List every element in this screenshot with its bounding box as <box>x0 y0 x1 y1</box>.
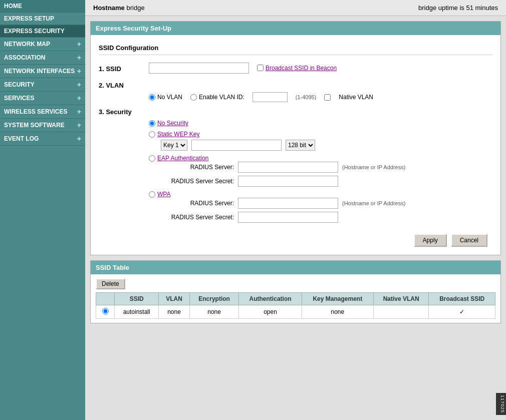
eap-radius-server-row: RADIUS Server: (Hostname or IP Address) <box>169 162 492 173</box>
security-section: 3. Security No Security Static WEP Key <box>99 108 492 223</box>
wpa-link[interactable]: WPA <box>157 191 170 198</box>
row-broadcast-ssid-cell: ✓ <box>429 305 495 319</box>
ssid-table-panel: SSID Table Delete SSID VLAN Encryption A… <box>90 260 501 323</box>
static-wep-option: Static WEP Key Key 1 Key 2 Key 3 Key 4 <box>149 131 492 151</box>
express-security-panel-header: Express Security Set-Up <box>91 22 500 35</box>
no-security-radio[interactable] <box>149 120 155 127</box>
cancel-button[interactable]: Cancel <box>451 234 487 247</box>
wpa-option: WPA RADIUS Server: (Hostname or IP Addre… <box>149 191 492 223</box>
sidebar-item-association[interactable]: ASSOCIATION + <box>0 51 85 65</box>
no-vlan-radio[interactable] <box>149 94 155 101</box>
ssid-table-header-row: SSID VLAN Encryption Authentication Key … <box>96 293 495 305</box>
main-content: Hostname bridge bridge uptime is 51 minu… <box>85 0 506 420</box>
ssid-table: SSID VLAN Encryption Authentication Key … <box>96 292 495 319</box>
sidebar-item-express-security[interactable]: EXPRESS SECURITY <box>0 25 85 38</box>
native-vlan-checkbox[interactable] <box>324 94 331 101</box>
col-encryption: Encryption <box>189 293 239 305</box>
col-native-vlan: Native VLAN <box>374 293 429 305</box>
row-ssid-cell: autoinstall <box>115 305 159 319</box>
sidebar: HOME EXPRESS SETUP EXPRESS SECURITY NETW… <box>0 0 85 420</box>
wpa-radius-secret-input[interactable] <box>238 212 338 223</box>
broadcast-ssid-link[interactable]: Broadcast SSID in Beacon <box>266 65 337 72</box>
express-security-panel-body: SSID Configuration 1. SSID Broadcast SSI… <box>91 35 500 255</box>
wpa-radius-secret-row: RADIUS Server Secret: <box>169 212 492 223</box>
security-number-label: 3. Security <box>99 108 492 116</box>
apply-button[interactable]: Apply <box>414 234 447 247</box>
native-vlan-label: Native VLAN <box>339 94 373 101</box>
col-authentication: Authentication <box>239 293 302 305</box>
enable-vlan-radio[interactable] <box>190 94 197 101</box>
ssid-input[interactable] <box>149 63 249 74</box>
sidebar-item-security[interactable]: SECURITY + <box>0 78 85 92</box>
col-vlan: VLAN <box>159 293 190 305</box>
vlan-options-row: No VLAN Enable VLAN ID: (1-4095) Native … <box>149 92 492 102</box>
wep-key-input[interactable] <box>191 140 282 151</box>
sidebar-plus-services: + <box>77 94 81 102</box>
static-wep-row: Static WEP Key <box>149 131 492 138</box>
express-security-panel: Express Security Set-Up SSID Configurati… <box>90 21 501 255</box>
col-broadcast-ssid: Broadcast SSID <box>429 293 495 305</box>
sidebar-item-wireless-services[interactable]: WIRELESS SERVICES + <box>0 105 85 119</box>
no-security-option: No Security <box>149 120 492 127</box>
eap-radio[interactable] <box>149 155 155 162</box>
row-native-vlan-cell <box>374 305 429 319</box>
sidebar-item-express-setup[interactable]: EXPRESS SETUP <box>0 13 85 25</box>
sidebar-item-system-software[interactable]: SYSTEM SOFTWARE + <box>0 119 85 132</box>
wpa-radius-server-row: RADIUS Server: (Hostname or IP Address) <box>169 198 492 209</box>
wpa-radio[interactable] <box>149 191 155 198</box>
row-key-mgmt-cell: none <box>302 305 373 319</box>
ssid-field-row: 1. SSID Broadcast SSID in Beacon <box>99 60 492 76</box>
eap-link[interactable]: EAP Authentication <box>157 155 209 162</box>
security-options: No Security Static WEP Key Key 1 <box>149 120 492 223</box>
vlan-id-input[interactable] <box>252 92 288 102</box>
sidebar-plus-network-interfaces: + <box>77 67 81 75</box>
eap-radius-server-label: RADIUS Server: <box>169 164 234 171</box>
eap-radius-server-hint: (Hostname or IP Address) <box>342 164 405 170</box>
broadcast-ssid-checkbox[interactable] <box>257 65 264 71</box>
header-bar: Hostname bridge bridge uptime is 51 minu… <box>85 0 506 16</box>
eap-radius-secret-row: RADIUS Server Secret: <box>169 176 492 187</box>
no-vlan-option[interactable]: No VLAN <box>149 94 182 101</box>
eap-radio-row: EAP Authentication <box>149 155 492 162</box>
uptime-display: bridge uptime is 51 minutes <box>418 4 498 12</box>
row-select-cell[interactable] <box>96 305 115 319</box>
wpa-radio-row: WPA <box>149 191 492 198</box>
eap-radius-secret-input[interactable] <box>238 176 338 187</box>
vlan-number-label: 2. VLAN <box>99 82 492 89</box>
sidebar-plus-network-map: + <box>77 40 81 48</box>
sidebar-item-home[interactable]: HOME <box>0 0 85 13</box>
wpa-radius-server-hint: (Hostname or IP Address) <box>342 200 405 206</box>
col-select <box>96 293 115 305</box>
vlan-range-hint: (1-4095) <box>296 94 317 100</box>
no-security-link[interactable]: No Security <box>157 120 188 127</box>
eap-radius-server-input[interactable] <box>238 162 338 173</box>
ssid-table-body: Delete SSID VLAN Encryption Authenticati… <box>91 274 500 323</box>
sidebar-plus-wireless-services: + <box>77 108 81 116</box>
row-select-radio[interactable] <box>102 308 109 314</box>
wpa-radius-secret-label: RADIUS Server Secret: <box>169 214 234 221</box>
wep-key-row: Key 1 Key 2 Key 3 Key 4 128 bit 64 bit <box>161 140 492 151</box>
sidebar-item-network-map[interactable]: NETWORK MAP + <box>0 38 85 51</box>
sidebar-item-network-interfaces[interactable]: NETWORK INTERFACES + <box>0 65 85 78</box>
eap-radius-secret-label: RADIUS Server Secret: <box>169 178 234 185</box>
sidebar-plus-security: + <box>77 81 81 89</box>
wep-bit-select[interactable]: 128 bit 64 bit <box>286 140 315 151</box>
enable-vlan-option[interactable]: Enable VLAN ID: <box>190 94 244 101</box>
wep-key-select[interactable]: Key 1 Key 2 Key 3 Key 4 <box>161 140 187 151</box>
sidebar-plus-association: + <box>77 54 81 62</box>
static-wep-link[interactable]: Static WEP Key <box>157 131 199 138</box>
hostname-display: Hostname bridge <box>93 4 145 12</box>
table-row: autoinstall none none open none ✓ <box>96 305 495 319</box>
wpa-radius-server-input[interactable] <box>238 198 338 209</box>
vlan-section: 2. VLAN No VLAN Enable VLAN ID: (1-4095) <box>99 82 492 102</box>
row-auth-cell: open <box>239 305 302 319</box>
static-wep-radio[interactable] <box>149 131 155 138</box>
ssid-delete-button[interactable]: Delete <box>96 278 125 289</box>
col-key-management: Key Management <box>302 293 373 305</box>
eap-option: EAP Authentication RADIUS Server: (Hostn… <box>149 155 492 187</box>
sidebar-item-services[interactable]: SERVICES + <box>0 92 85 105</box>
row-encryption-cell: none <box>189 305 239 319</box>
ssid-config-title: SSID Configuration <box>99 40 492 55</box>
sidebar-item-event-log[interactable]: EVENT LOG + <box>0 132 85 146</box>
ssid-number-label: 1. SSID <box>99 65 149 73</box>
